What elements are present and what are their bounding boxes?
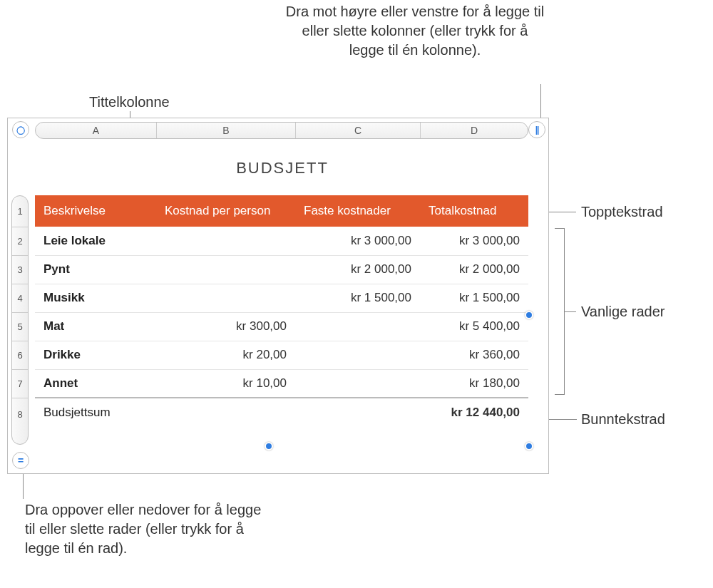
- cell-total[interactable]: kr 5 400,00: [420, 312, 528, 341]
- resize-handle-dot[interactable]: [525, 442, 533, 450]
- cell-desc[interactable]: Pynt: [35, 255, 156, 284]
- header-total[interactable]: Totalkostnad: [420, 195, 528, 227]
- header-per-person[interactable]: Kostnad per person: [156, 195, 295, 227]
- circle-icon: ◯: [16, 125, 25, 135]
- cell-per[interactable]: kr 300,00: [156, 312, 295, 341]
- table-footer-row: Budsjettsum kr 12 440,00: [35, 398, 528, 426]
- cell-total[interactable]: kr 2 000,00: [420, 255, 528, 284]
- leader-line: [23, 470, 24, 499]
- bracket-body-rows: [555, 228, 565, 395]
- table-title[interactable]: BUDSJETT: [36, 150, 528, 186]
- cell-per[interactable]: kr 10,00: [156, 369, 295, 398]
- table-row: Pynt kr 2 000,00 kr 2 000,00: [35, 255, 528, 284]
- callout-footer-row: Bunntekstrad: [581, 410, 665, 429]
- row-header[interactable]: 7: [12, 370, 28, 398]
- column-header[interactable]: B: [157, 123, 296, 138]
- cell-desc[interactable]: Musikk: [35, 284, 156, 312]
- column-header[interactable]: D: [421, 123, 528, 138]
- row-header[interactable]: 8: [12, 398, 28, 430]
- table-header-row: Beskrivelse Kostnad per person Faste kos…: [35, 195, 528, 227]
- row-header[interactable]: 2: [12, 227, 28, 256]
- column-header-bar[interactable]: A B C D: [35, 122, 528, 139]
- cell-fixed[interactable]: [295, 369, 420, 398]
- cell-fixed[interactable]: [295, 312, 420, 341]
- spreadsheet: ◯ || = A B C D BUDSJETT 1 2 3 4 5 6 7 8: [7, 118, 549, 474]
- rows-icon: =: [18, 455, 24, 466]
- footer-total[interactable]: kr 12 440,00: [420, 398, 528, 426]
- leader-line: [565, 311, 576, 312]
- footer-desc[interactable]: Budsjettsum: [35, 398, 156, 426]
- row-header[interactable]: 5: [12, 313, 28, 341]
- header-fixed[interactable]: Faste kostnader: [295, 195, 420, 227]
- table-row: Musikk kr 1 500,00 kr 1 500,00: [35, 284, 528, 312]
- cell-per[interactable]: kr 20,00: [156, 341, 295, 369]
- table-row: Mat kr 300,00 kr 5 400,00: [35, 312, 528, 341]
- table-row: Drikke kr 20,00 kr 360,00: [35, 341, 528, 369]
- add-row-handle[interactable]: =: [12, 452, 29, 469]
- add-column-handle[interactable]: ||: [528, 121, 545, 138]
- cell-total[interactable]: kr 3 000,00: [420, 227, 528, 255]
- cell-desc[interactable]: Mat: [35, 312, 156, 341]
- callout-header-row: Topptekstrad: [581, 202, 663, 222]
- cell-desc[interactable]: Leie lokale: [35, 227, 156, 255]
- footer-cell[interactable]: [156, 398, 295, 426]
- cell-total[interactable]: kr 360,00: [420, 341, 528, 369]
- cell-desc[interactable]: Drikke: [35, 341, 156, 369]
- leader-line: [540, 84, 541, 120]
- cell-fixed[interactable]: kr 3 000,00: [295, 227, 420, 255]
- table-select-handle[interactable]: ◯: [12, 121, 29, 138]
- resize-handle-dot[interactable]: [525, 311, 533, 319]
- callout-add-rows: Dra oppover eller nedover for å legge ti…: [25, 500, 267, 558]
- cell-per[interactable]: [156, 284, 295, 312]
- cell-fixed[interactable]: kr 2 000,00: [295, 255, 420, 284]
- resize-handle-dot[interactable]: [265, 442, 273, 450]
- cell-desc[interactable]: Annet: [35, 369, 156, 398]
- column-header[interactable]: A: [36, 123, 157, 138]
- cell-per[interactable]: [156, 227, 295, 255]
- column-header[interactable]: C: [296, 123, 421, 138]
- row-header[interactable]: 6: [12, 341, 28, 370]
- row-header-bar[interactable]: 1 2 3 4 5 6 7 8: [11, 195, 29, 445]
- cell-fixed[interactable]: kr 1 500,00: [295, 284, 420, 312]
- columns-icon: ||: [535, 125, 539, 135]
- cell-fixed[interactable]: [295, 341, 420, 369]
- footer-cell[interactable]: [295, 398, 420, 426]
- callout-title-column: Tittelkolonne: [89, 93, 170, 112]
- cell-total[interactable]: kr 1 500,00: [420, 284, 528, 312]
- table-row: Leie lokale kr 3 000,00 kr 3 000,00: [35, 227, 528, 255]
- callout-body-rows: Vanlige rader: [581, 302, 665, 321]
- cell-per[interactable]: [156, 255, 295, 284]
- callout-add-columns: Dra mot høyre eller venstre for å legge …: [283, 2, 547, 60]
- row-header[interactable]: 1: [12, 196, 28, 227]
- table-grid: Beskrivelse Kostnad per person Faste kos…: [35, 195, 528, 426]
- row-header[interactable]: 4: [12, 284, 28, 313]
- cell-total[interactable]: kr 180,00: [420, 369, 528, 398]
- header-desc[interactable]: Beskrivelse: [35, 195, 156, 227]
- row-header[interactable]: 3: [12, 256, 28, 284]
- table-row: Annet kr 10,00 kr 180,00: [35, 369, 528, 398]
